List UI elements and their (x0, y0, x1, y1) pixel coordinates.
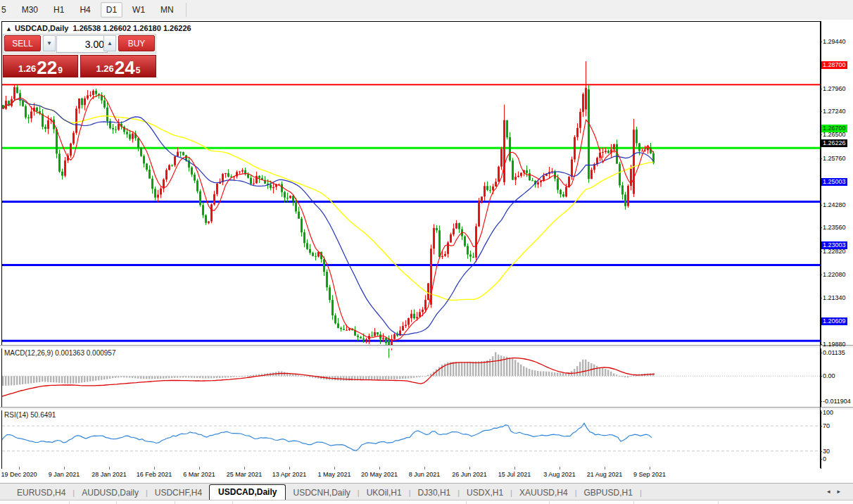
axis-tick (19, 467, 20, 470)
time-axis-label: 28 Jan 2021 (91, 471, 127, 478)
tab-usdcnh-daily[interactable]: USDCNH,Daily (286, 486, 357, 500)
price-axis-label: 1.27960 (823, 85, 846, 92)
sell-price-prefix: 1.26 (18, 63, 36, 74)
timeframe-button-h4[interactable]: H4 (74, 2, 96, 18)
price-axis-label: 1.21340 (823, 294, 846, 301)
volume-increment-icon[interactable]: ▲ (103, 35, 116, 51)
sell-price-big: 22 (37, 60, 57, 75)
time-axis-label: 1 May 2021 (317, 471, 350, 478)
macd-axis-label: 0.00 (823, 372, 835, 379)
macd-indicator-pane[interactable] (2, 347, 820, 407)
price-axis-label: 1.22080 (823, 271, 846, 278)
time-axis-label: 3 Aug 2021 (543, 471, 576, 478)
axis-tick (469, 467, 470, 470)
tab-dj30-h1[interactable]: DJ30,H1 (411, 486, 458, 500)
buy-price-prefix: 1.26 (96, 63, 114, 74)
buy-price-box[interactable]: 1.26 24 5 (80, 55, 156, 77)
axis-tick (605, 467, 605, 470)
time-axis-label: 26 Jun 2021 (452, 471, 487, 478)
macd-axis-label: 0.01135 (823, 349, 845, 356)
time-axis-label: 16 Feb 2021 (137, 471, 172, 478)
time-axis-label: 25 Mar 2021 (227, 471, 263, 478)
status-strip-separator (718, 501, 719, 504)
status-strip-separator (466, 501, 467, 504)
status-strip-separator (633, 501, 634, 504)
price-axis-label: 1.28700 (821, 61, 847, 69)
sell-price-pip: 9 (58, 65, 63, 75)
time-axis-label: 13 Apr 2021 (272, 471, 307, 478)
rsi-indicator-pane[interactable] (2, 409, 820, 467)
timeframe-button-m30[interactable]: M30 (16, 2, 44, 18)
time-axis-label: 21 Aug 2021 (587, 471, 623, 478)
sell-button[interactable]: SELL (4, 35, 41, 51)
status-strip-separator (116, 501, 117, 504)
rsi-axis-label: 100 (823, 409, 833, 416)
price-axis-label: 1.19880 (823, 341, 846, 348)
price-axis-label: 1.29440 (823, 38, 846, 45)
price-axis-label: 1.26226 (821, 139, 847, 147)
price-axis-label: 1.23560 (823, 224, 846, 231)
one-click-panel-toggle-icon[interactable]: ▲ (6, 25, 12, 32)
axis-tick (334, 467, 335, 470)
tab-gbpusd-h1[interactable]: GBPUSD,H1 (577, 486, 640, 500)
chart-symbol-label: USDCAD,Daily (15, 24, 68, 32)
timeframe-button-5[interactable]: 5 (0, 2, 12, 18)
tab-ukoil-h1[interactable]: UKOil,H1 (360, 486, 409, 500)
status-strip (0, 500, 853, 504)
time-axis-label: 9 Sep 2021 (633, 471, 666, 478)
status-strip-separator (175, 501, 175, 504)
time-axis-label: 20 May 2021 (361, 471, 398, 478)
macd-axis-label: -0.011904 (823, 398, 851, 405)
price-axis-label: 1.20609 (821, 317, 847, 325)
timeframe-button-d1[interactable]: D1 (101, 2, 122, 18)
time-axis-label: 15 Jul 2021 (498, 471, 531, 478)
volume-decrement-icon[interactable]: ▼ (43, 35, 56, 51)
price-axis-label: 1.25760 (823, 155, 846, 162)
main-price-chart[interactable] (2, 41, 820, 365)
status-strip-separator (69, 501, 70, 504)
tab-scroll-right-icon[interactable]: ▸ (837, 488, 847, 495)
axis-tick (199, 467, 200, 470)
chart-title: ▲USDCAD,Daily 1.26538 1.26602 1.26180 1.… (6, 24, 191, 32)
volume-input[interactable] (56, 35, 108, 53)
buy-price-pip: 5 (136, 65, 141, 75)
tab-scroll-left-icon[interactable]: ◂ (827, 488, 838, 495)
timeframe-toolbar: 5M30H1H4D1W1MN (0, 0, 853, 20)
axis-tick (650, 467, 650, 470)
price-axis-label: 1.27240 (823, 108, 846, 115)
tab-eurusd-h4[interactable]: EURUSD,H4 (10, 486, 72, 500)
tab-usdchf-h4[interactable]: USDCHF,H4 (148, 486, 209, 500)
time-axis-label: 19 Dec 2020 (1, 471, 37, 478)
timeframe-button-w1[interactable]: W1 (127, 2, 151, 18)
buy-price-big: 24 (115, 60, 135, 75)
buy-button[interactable]: BUY (118, 35, 155, 51)
sell-price-box[interactable]: 1.26 22 9 (3, 55, 78, 77)
tab-usdx-h1[interactable]: USDX,H1 (460, 486, 510, 500)
timeframe-button-h1[interactable]: H1 (48, 2, 70, 18)
axis-tick (379, 467, 380, 470)
one-click-trading-panel: SELL ▼ ▲ BUY 1.26 22 9 1.26 24 5 (3, 34, 156, 77)
rsi-label: RSI(14) 50.6491 (4, 411, 56, 419)
chart-window: ▲USDCAD,Daily 1.26538 1.26602 1.26180 1.… (0, 20, 853, 483)
axis-tick (109, 467, 110, 470)
tab-divider: | (640, 489, 642, 500)
axis-tick (424, 467, 425, 470)
price-axis-label: 1.24280 (823, 201, 846, 208)
axis-tick (560, 467, 560, 470)
timeframe-button-mn[interactable]: MN (155, 2, 179, 18)
tab-audusd-daily[interactable]: AUDUSD,Daily (75, 486, 146, 500)
status-strip-separator (232, 501, 233, 504)
chart-ohlc-values: 1.26538 1.26602 1.26180 1.26226 (72, 24, 191, 32)
axis-tick (154, 467, 155, 470)
time-axis-label: 9 Jan 2021 (49, 471, 80, 478)
axis-tick (289, 467, 290, 470)
chart-tab-bar: EURUSD,H4|AUDUSD,Daily|USDCHF,H4USDCAD,D… (0, 483, 853, 500)
axis-border (820, 21, 821, 468)
tab-xauusd-h4[interactable]: XAUUSD,H4 (512, 486, 575, 500)
rsi-axis-label: 30 (823, 448, 830, 455)
rsi-axis-label: 0 (823, 455, 826, 462)
status-strip-separator (549, 501, 550, 504)
tab-scroll-arrows[interactable]: ◂▸ (827, 488, 847, 495)
tab-usdcad-daily[interactable]: USDCAD,Daily (209, 484, 286, 500)
axis-tick (64, 467, 65, 470)
